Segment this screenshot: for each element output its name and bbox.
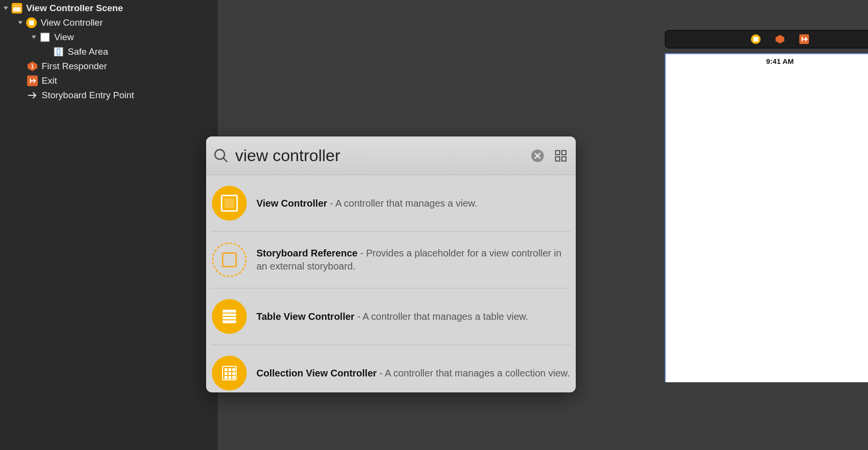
svg-point-13 <box>215 150 224 159</box>
library-item-collection-view-controller[interactable]: Collection View Controller - A controlle… <box>211 345 571 392</box>
outline-entry-point[interactable]: Storyboard Entry Point <box>0 88 218 103</box>
library-item-view-controller[interactable]: View Controller - A controller that mana… <box>211 175 571 232</box>
library-item-text: View Controller - A controller that mana… <box>256 197 478 210</box>
svg-text:1: 1 <box>31 64 34 69</box>
svg-rect-15 <box>555 150 560 155</box>
library-item-storyboard-reference[interactable]: Storyboard Reference - Provides a placeh… <box>211 232 571 288</box>
svg-rect-33 <box>224 376 227 379</box>
svg-rect-17 <box>555 157 560 161</box>
svg-rect-18 <box>562 157 566 161</box>
library-item-table-view-controller[interactable]: Table View Controller - A controller tha… <box>211 288 571 345</box>
svg-rect-16 <box>562 150 566 155</box>
search-icon <box>213 148 229 164</box>
library-results: View Controller - A controller that mana… <box>206 175 576 392</box>
outline-exit-label: Exit <box>42 75 57 86</box>
status-time: 9:41 AM <box>766 57 794 65</box>
first-responder-icon[interactable] <box>775 34 785 45</box>
scene-dock[interactable] <box>665 30 868 48</box>
storyboard-icon <box>12 3 22 14</box>
library-item-title: View Controller <box>256 198 327 209</box>
exit-icon[interactable] <box>799 34 809 45</box>
view-controller-icon[interactable] <box>750 34 761 45</box>
disclosure-down-icon[interactable] <box>30 33 38 41</box>
outline-scene[interactable]: View Controller Scene <box>0 1 218 15</box>
outline-exit[interactable]: Exit <box>0 74 218 88</box>
library-item-desc: A controller that manages a table view. <box>362 311 528 322</box>
library-item-text: Table View Controller - A controller tha… <box>256 310 528 323</box>
outline-view-label: View <box>54 32 74 43</box>
library-item-title: Storyboard Reference <box>256 248 358 258</box>
library-item-desc: A controller that manages a collection v… <box>385 368 569 378</box>
library-item-title: Table View Controller <box>256 311 355 322</box>
svg-rect-34 <box>228 376 231 379</box>
storyboard-reference-icon <box>212 242 247 277</box>
svg-rect-27 <box>224 368 227 371</box>
first-responder-icon: 1 <box>27 61 38 72</box>
svg-rect-11 <box>753 37 758 42</box>
disclosure-down-icon[interactable] <box>16 19 24 27</box>
svg-rect-5 <box>41 33 49 42</box>
table-view-controller-icon <box>212 299 247 334</box>
view-icon <box>40 32 50 43</box>
svg-rect-29 <box>232 368 235 371</box>
library-search-bar <box>206 136 576 175</box>
svg-rect-28 <box>228 368 231 371</box>
view-controller-icon <box>26 17 37 28</box>
collection-view-controller-icon <box>212 356 247 390</box>
library-item-text: Collection View Controller - A controlle… <box>256 367 570 380</box>
status-bar: 9:41 AM <box>666 54 868 68</box>
outline-view-controller[interactable]: View Controller <box>0 15 218 30</box>
grid-view-icon[interactable] <box>554 150 567 162</box>
svg-rect-35 <box>232 376 235 379</box>
exit-icon <box>27 75 38 86</box>
disclosure-down-icon[interactable] <box>2 4 10 12</box>
library-item-desc: A controller that manages a view. <box>335 198 478 209</box>
library-item-title: Collection View Controller <box>256 368 377 378</box>
outline-safe-area-label: Safe Area <box>68 46 108 57</box>
svg-rect-32 <box>232 372 235 375</box>
outline-view[interactable]: View <box>0 30 218 45</box>
outline-first-responder-label: First Responder <box>42 61 107 72</box>
arrow-right-icon <box>27 90 38 101</box>
svg-rect-30 <box>224 372 227 375</box>
svg-rect-4 <box>29 20 34 25</box>
outline-safe-area[interactable]: Safe Area <box>0 45 218 59</box>
svg-rect-31 <box>228 372 231 375</box>
library-search-input[interactable] <box>235 146 531 165</box>
svg-rect-20 <box>224 198 234 208</box>
document-outline: View Controller Scene View Controller Vi… <box>0 0 218 450</box>
clear-search-button[interactable] <box>531 150 544 162</box>
safe-area-icon <box>53 46 64 57</box>
view-controller-icon <box>212 186 247 221</box>
svg-line-14 <box>223 158 227 162</box>
library-item-text: Storyboard Reference - Provides a placeh… <box>256 247 570 273</box>
svg-rect-2 <box>13 7 21 12</box>
svg-rect-21 <box>223 253 236 267</box>
outline-entry-point-label: Storyboard Entry Point <box>42 90 134 101</box>
outline-vc-label: View Controller <box>41 17 103 28</box>
outline-first-responder[interactable]: 1 First Responder <box>0 59 218 74</box>
object-library-popover: View Controller - A controller that mana… <box>206 136 576 392</box>
svg-rect-1 <box>13 5 21 6</box>
outline-scene-label: View Controller Scene <box>26 3 123 14</box>
device-preview[interactable]: 9:41 AM <box>665 53 868 382</box>
